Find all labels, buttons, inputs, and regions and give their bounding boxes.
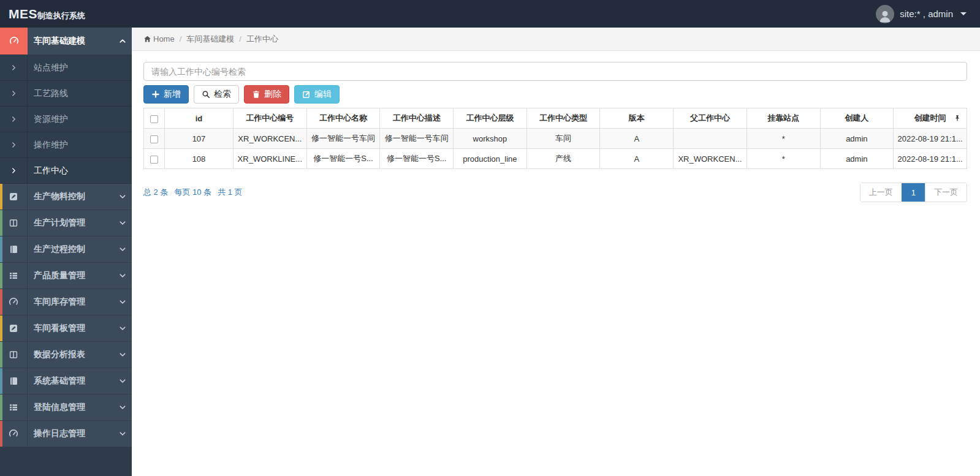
table-row[interactable]: 108 XR_WORKLINE... 修一智能一号S... 修一智能一号S...… xyxy=(144,149,967,169)
cell-version: A xyxy=(600,129,674,149)
chevron-right-icon xyxy=(0,55,28,80)
sidebar-item-plan-management[interactable]: 生产计划管理 xyxy=(0,210,132,236)
user-icon xyxy=(878,9,892,23)
avatar xyxy=(876,5,894,23)
sidebar-item-process-control[interactable]: 生产过程控制 xyxy=(0,236,132,263)
sidebar-item-kanban-management[interactable]: 车间看板管理 xyxy=(0,315,132,342)
gauge-icon xyxy=(0,421,28,447)
sidebar-item-label: 工作中心 xyxy=(28,165,132,176)
total-count: 总 2 条 xyxy=(143,187,168,198)
sidebar-item-label: 生产计划管理 xyxy=(28,217,113,229)
table-header-row: id 工作中心编号 工作中心名称 工作中心描述 工作中心层级 工作中心类型 版本… xyxy=(144,108,967,129)
sidebar-item-work-center[interactable]: 工作中心 xyxy=(0,158,132,184)
pagination: 上一页 1 下一页 xyxy=(860,183,967,202)
column-header[interactable]: 挂靠站点 xyxy=(746,108,820,129)
page-1-button[interactable]: 1 xyxy=(902,183,925,202)
strip xyxy=(0,342,2,368)
sidebar-item-analytics-reports[interactable]: 数据分析报表 xyxy=(0,342,132,368)
column-header[interactable]: 工作中心类型 xyxy=(526,108,600,129)
strip xyxy=(0,315,2,341)
sidebar-item-operation-log-management[interactable]: 操作日志管理 xyxy=(0,421,132,447)
chevron-down-icon xyxy=(113,404,132,411)
strip xyxy=(0,236,2,262)
sidebar-item-login-info-management[interactable]: 登陆信息管理 xyxy=(0,395,132,421)
cell-level: production_line xyxy=(454,149,527,169)
chevron-down-icon xyxy=(113,246,132,253)
row-checkbox[interactable] xyxy=(150,135,158,143)
search-icon xyxy=(202,90,210,99)
column-header[interactable]: 创建人 xyxy=(820,108,894,129)
search-button-label: 检索 xyxy=(214,89,231,100)
pencil-square-icon xyxy=(0,184,28,210)
breadcrumb-home[interactable]: Home xyxy=(153,34,175,43)
column-header[interactable]: id xyxy=(165,108,234,129)
pencil-square-icon xyxy=(0,315,28,341)
sidebar-item-inventory-management[interactable]: 车间库存管理 xyxy=(0,289,132,315)
sidebar-item-quality-management[interactable]: 产品质量管理 xyxy=(0,263,132,289)
chevron-up-icon xyxy=(113,37,132,45)
sidebar-item-workshop-modeling[interactable]: 车间基础建模 xyxy=(0,28,132,55)
select-all-checkbox[interactable] xyxy=(150,115,158,123)
row-checkbox[interactable] xyxy=(150,156,158,164)
cell-name: 修一智能一号S... xyxy=(306,149,380,169)
pin-icon[interactable] xyxy=(954,115,961,122)
column-header[interactable]: 工作中心层级 xyxy=(454,108,527,129)
next-page-button[interactable]: 下一页 xyxy=(925,183,967,202)
sidebar: 车间基础建模 站点维护 工艺路线 资源维护 操作维护 工作中心 xyxy=(0,28,132,476)
columns-icon xyxy=(0,342,28,368)
cell-type: 车间 xyxy=(526,129,600,149)
chevron-down-icon xyxy=(113,325,132,332)
sidebar-item-operation-maintenance[interactable]: 操作维护 xyxy=(0,132,132,158)
plus-icon xyxy=(151,90,160,99)
toolbar: 新增 检索 删除 编辑 xyxy=(143,85,967,104)
chevron-right-icon xyxy=(0,81,28,106)
column-header[interactable]: 创建时间 xyxy=(894,108,967,129)
strip xyxy=(0,368,2,394)
table-row[interactable]: 107 XR_WORKCEN... 修一智能一号车间 修一智能一号车间 work… xyxy=(144,129,967,149)
edit-button[interactable]: 编辑 xyxy=(294,85,340,104)
cell-version: A xyxy=(600,149,674,169)
brand-name: 制造执行系统 xyxy=(37,10,85,21)
sidebar-item-process-route[interactable]: 工艺路线 xyxy=(0,81,132,107)
cell-level: workshop xyxy=(454,129,527,149)
add-button[interactable]: 新增 xyxy=(143,85,189,104)
column-header[interactable]: 工作中心描述 xyxy=(380,108,454,129)
sidebar-item-label: 车间基础建模 xyxy=(28,36,113,47)
brand-abbr: MES xyxy=(9,7,37,21)
cell-creator: admin xyxy=(820,149,894,169)
delete-button[interactable]: 删除 xyxy=(244,85,289,104)
topbar: MES制造执行系统 site:* , admin xyxy=(0,0,980,28)
breadcrumb-item[interactable]: 车间基础建模 xyxy=(186,34,234,45)
strip xyxy=(0,263,2,289)
sidebar-item-label: 产品质量管理 xyxy=(28,270,113,281)
sidebar-item-label: 生产过程控制 xyxy=(28,244,113,255)
column-header[interactable]: 父工作中心 xyxy=(674,108,747,129)
cell-description: 修一智能一号车间 xyxy=(380,129,454,149)
cell-description: 修一智能一号S... xyxy=(380,149,454,169)
search-input[interactable] xyxy=(143,62,967,81)
chevron-right-icon xyxy=(0,158,28,183)
add-button-label: 新增 xyxy=(164,89,181,100)
page-count: 共 1 页 xyxy=(218,187,242,198)
per-page-count: 每页 10 条 xyxy=(174,187,211,198)
list-icon xyxy=(0,263,28,289)
sidebar-item-label: 资源维护 xyxy=(28,114,132,125)
search-button[interactable]: 检索 xyxy=(194,85,239,104)
work-center-table: id 工作中心编号 工作中心名称 工作中心描述 工作中心层级 工作中心类型 版本… xyxy=(143,108,967,169)
sidebar-item-site-maintenance[interactable]: 站点维护 xyxy=(0,55,132,81)
gauge-icon xyxy=(0,28,28,55)
sidebar-item-resource-maintenance[interactable]: 资源维护 xyxy=(0,107,132,132)
column-header[interactable]: 工作中心编号 xyxy=(234,108,307,129)
app-logo[interactable]: MES制造执行系统 xyxy=(0,7,132,21)
sidebar-item-system-management[interactable]: 系统基础管理 xyxy=(0,368,132,395)
list-icon xyxy=(0,395,28,420)
column-header[interactable]: 工作中心名称 xyxy=(306,108,380,129)
column-header[interactable]: 版本 xyxy=(600,108,674,129)
caret-down-icon xyxy=(960,12,967,15)
sidebar-item-material-control[interactable]: 生产物料控制 xyxy=(0,184,132,210)
book-icon xyxy=(0,368,28,394)
user-menu[interactable]: site:* , admin xyxy=(876,5,980,23)
edit-icon xyxy=(302,90,311,99)
cell-creator: admin xyxy=(820,129,894,149)
prev-page-button[interactable]: 上一页 xyxy=(860,183,902,202)
